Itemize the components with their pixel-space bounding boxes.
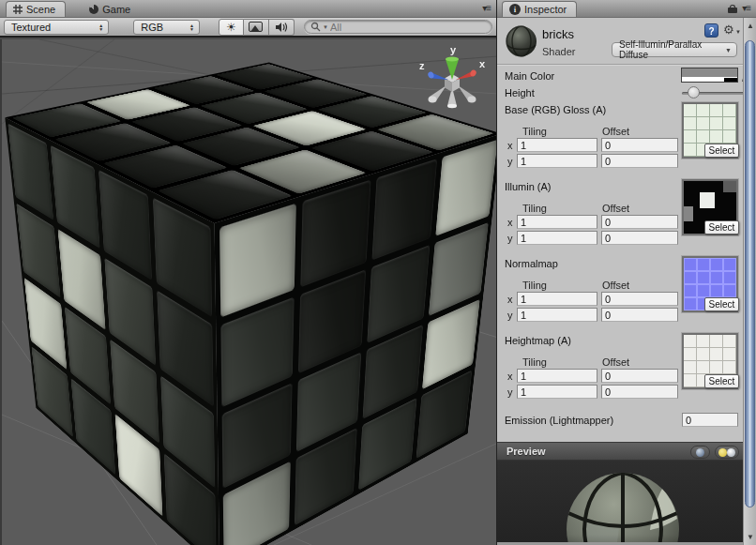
help-icon[interactable]: ?: [704, 23, 718, 38]
search-icon: [310, 22, 321, 32]
search-filter-caret-icon: ▼: [323, 24, 328, 30]
inspector-scrollbar[interactable]: ▲ ▼: [743, 18, 756, 545]
bricks-cube-object[interactable]: [148, 87, 373, 495]
material-name: bricks: [542, 27, 574, 41]
offset-y-field[interactable]: [601, 385, 678, 399]
select-button[interactable]: Select: [704, 297, 739, 311]
offset-x-field[interactable]: [601, 292, 678, 306]
select-button[interactable]: Select: [704, 220, 739, 235]
lock-icon[interactable]: [728, 5, 737, 13]
tab-scene-label: Scene: [26, 4, 55, 15]
offset-y-field[interactable]: [601, 308, 678, 322]
scrollbar-thumb[interactable]: [745, 40, 755, 507]
x-row-label: x: [507, 140, 513, 151]
inspector-menu-icon[interactable]: ▾≡: [742, 4, 750, 13]
height-slider-knob[interactable]: [688, 86, 700, 98]
tiling-x-field[interactable]: [517, 369, 597, 383]
slot-label: Base (RGB) Gloss (A): [505, 104, 606, 115]
gear-caret-icon: ▼: [735, 29, 741, 35]
slot-label: Normalmap: [505, 258, 558, 269]
scroll-down-arrow-icon[interactable]: ▼: [747, 533, 754, 541]
updown-arrows-icon: ▲▼: [189, 23, 194, 31]
inspector-panel: i Inspector ▾≡: [497, 0, 756, 545]
texture-slot-illumin: Illumin (A) Select Tiling Offset x y: [497, 177, 743, 254]
texture-slot-normalmap: Normalmap Select Tiling Offset x y: [497, 254, 743, 331]
draw-mode-value: Textured: [11, 22, 51, 33]
material-header: bricks Shader Self-Illumin/Parallax Diff…: [497, 18, 743, 64]
gizmo-y-cone: [446, 59, 459, 80]
updown-arrows-icon: ▲▼: [98, 23, 103, 31]
scene-search-field[interactable]: ▼: [304, 20, 492, 34]
offset-x-field[interactable]: [601, 369, 678, 383]
image-icon: [249, 22, 263, 32]
tiling-header: Tiling: [522, 203, 547, 214]
scene-grid-icon: [13, 5, 23, 14]
tiling-y-field[interactable]: [517, 308, 597, 322]
texture-slot-heightmap: Heightmap (A) Select Tiling Offset x y: [497, 331, 743, 408]
tab-inspector-label: Inspector: [524, 4, 567, 15]
draw-mode-dropdown[interactable]: Textured ▲▼: [4, 20, 109, 35]
skybox-toggle-button[interactable]: [244, 19, 269, 36]
shader-label: Shader: [542, 46, 575, 57]
preview-area[interactable]: [497, 461, 743, 542]
audio-toggle-button[interactable]: [269, 19, 295, 36]
tab-game[interactable]: Game: [83, 1, 140, 17]
lighting-toggle-button[interactable]: ☀: [219, 19, 244, 36]
scene-panel: Scene Game ▾≡ Textured ▲▼ RGB ▲▼ ☀: [0, 0, 496, 545]
select-button[interactable]: Select: [704, 374, 739, 388]
scene-tabstrip: Scene Game ▾≡: [0, 0, 496, 18]
tiling-y-field[interactable]: [517, 231, 597, 245]
tiling-header: Tiling: [522, 126, 547, 137]
game-icon: [89, 5, 98, 14]
cube-tile-front-r3c1: [24, 277, 68, 370]
tiling-y-field[interactable]: [517, 154, 597, 168]
offset-x-field[interactable]: [601, 138, 678, 152]
tiling-x-field[interactable]: [517, 292, 597, 306]
emission-field[interactable]: [682, 413, 738, 427]
select-button[interactable]: Select: [704, 144, 739, 158]
offset-header: Offset: [602, 203, 629, 214]
preview-shape-button[interactable]: [690, 446, 710, 459]
tab-inspector[interactable]: i Inspector: [502, 1, 577, 17]
gear-icon[interactable]: ⚙: [723, 23, 734, 37]
scroll-up-arrow-icon[interactable]: ▲: [747, 22, 754, 30]
gizmo-x-label: x: [479, 58, 486, 69]
shader-dropdown[interactable]: Self-Illumin/Parallax Diffuse ▼: [612, 42, 737, 57]
x-row-label: x: [507, 371, 513, 382]
y-row-label: y: [507, 156, 513, 167]
cube-tile-front-r4c1: [31, 346, 72, 437]
orientation-gizmo[interactable]: y x z: [413, 42, 491, 121]
sphere-icon: [696, 448, 704, 457]
offset-y-field[interactable]: [601, 154, 678, 168]
tab-scene[interactable]: Scene: [6, 1, 66, 17]
sun-icon: ☀: [226, 22, 236, 33]
light-on-icon: [718, 448, 727, 457]
color-mode-dropdown[interactable]: RGB ▲▼: [133, 20, 200, 35]
tiling-x-field[interactable]: [517, 215, 597, 229]
gizmo-z-label: z: [419, 60, 425, 71]
y-row-label: y: [507, 386, 513, 398]
offset-header: Offset: [602, 280, 629, 291]
inspector-tabstrip: i Inspector ▾≡: [497, 0, 756, 18]
search-input[interactable]: [330, 22, 486, 33]
viewport-toggle-group: ☀: [219, 19, 295, 36]
offset-x-field[interactable]: [601, 215, 678, 229]
slot-label: Illumin (A): [505, 181, 552, 192]
offset-y-field[interactable]: [601, 231, 678, 245]
main-color-swatch[interactable]: [681, 68, 738, 83]
unity-editor-window: Scene Game ▾≡ Textured ▲▼ RGB ▲▼ ☀: [0, 0, 756, 545]
scene-viewport[interactable]: y x z: [0, 39, 496, 545]
speaker-icon: [275, 22, 288, 33]
tiling-x-field[interactable]: [517, 138, 597, 152]
preview-light-toggle[interactable]: [715, 446, 739, 459]
main-color-label: Main Color: [505, 70, 554, 82]
emission-row: Emission (Lightmapper): [497, 411, 743, 430]
offset-header: Offset: [602, 356, 629, 368]
x-row-label: x: [507, 217, 513, 228]
color-mode-value: RGB: [141, 22, 163, 33]
slot-label: Heightmap (A): [505, 335, 571, 346]
tiling-y-field[interactable]: [517, 385, 597, 399]
info-icon: i: [509, 4, 521, 15]
scene-panel-menu-icon[interactable]: ▾≡: [482, 4, 491, 13]
preview-header[interactable]: Preview: [497, 442, 743, 461]
